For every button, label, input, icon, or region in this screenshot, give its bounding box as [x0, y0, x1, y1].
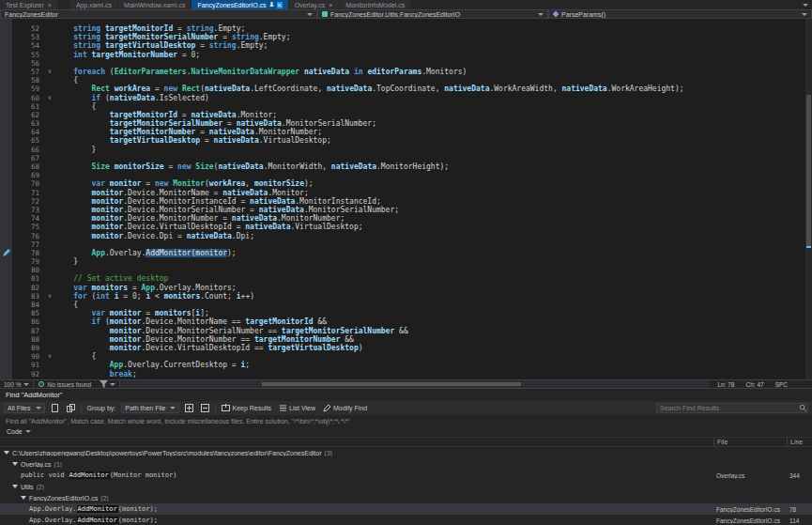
list-view-toggle[interactable]: List View	[277, 404, 317, 412]
line-number[interactable]: 73	[12, 206, 44, 214]
line-number[interactable]: 68	[12, 162, 44, 171]
code-line[interactable]: monitor.Device.MonitorNumber = nativeDat…	[55, 214, 805, 223]
code-line[interactable]	[55, 154, 805, 162]
column-header-file[interactable]: File	[713, 438, 787, 446]
line-number[interactable]: 55	[12, 51, 44, 59]
code-line[interactable]	[55, 240, 805, 249]
breakpoint-margin[interactable]	[0, 370, 12, 378]
breakpoint-margin[interactable]	[0, 85, 12, 93]
code-line[interactable]	[55, 266, 805, 274]
code-line[interactable]: var monitor = new Monitor(workArea, moni…	[55, 179, 805, 188]
tab-fancyzoneseditorio-cs[interactable]: FancyZonesEditorIO.cs×	[192, 0, 288, 9]
code-line[interactable]	[55, 59, 805, 68]
group-by-dropdown[interactable]: Path then File	[121, 403, 179, 413]
line-number[interactable]: 53	[12, 33, 44, 41]
breakpoint-margin[interactable]	[0, 206, 12, 214]
code-line[interactable]: monitor.Device.MonitorSerialNumber = nat…	[55, 206, 805, 214]
breakpoint-margin[interactable]	[0, 119, 12, 128]
line-number[interactable]: 88	[12, 335, 44, 344]
breakpoint-margin[interactable]	[0, 41, 12, 50]
code-line[interactable]: var monitor = monitors[i];	[55, 309, 805, 317]
line-number[interactable]: 90	[12, 352, 44, 361]
breakpoint-margin[interactable]	[0, 59, 12, 68]
code-line[interactable]: string targetMonitorId = string.Empty;	[55, 24, 805, 33]
result-filter-dropdown[interactable]: Code	[0, 426, 812, 437]
fold-marker[interactable]: ∨	[44, 68, 55, 76]
expander-icon[interactable]	[12, 462, 18, 466]
code-line[interactable]: monitor.Device.Dpi = nativeData.Dpi;	[55, 232, 805, 240]
line-number[interactable]: 89	[12, 344, 44, 352]
breakpoint-margin[interactable]	[0, 240, 12, 249]
scrollbar-thumb[interactable]	[262, 382, 521, 386]
line-number[interactable]: 52	[12, 24, 44, 33]
code-line[interactable]: targetMonitorId = nativeData.Monitor;	[55, 111, 805, 119]
collapse-all-button[interactable]	[199, 404, 211, 412]
breakpoint-margin[interactable]	[0, 292, 12, 301]
breakpoint-margin[interactable]	[0, 136, 12, 145]
member-dropdown[interactable]: ParseParams()	[548, 9, 812, 19]
breakpoint-margin[interactable]	[0, 171, 12, 179]
breakpoint-margin[interactable]	[0, 223, 12, 231]
code-line[interactable]: {	[55, 352, 805, 361]
code-line[interactable]: int targetMonitorNumber = 0;	[55, 51, 805, 59]
line-number[interactable]: 56	[12, 59, 44, 68]
expander-icon[interactable]	[4, 451, 9, 455]
modify-find-button[interactable]: Modify Find	[321, 404, 369, 412]
tab-app-xaml-cs[interactable]: App.xaml.cs	[70, 0, 118, 9]
fold-marker[interactable]: ∨	[44, 352, 55, 361]
code-line[interactable]: monitor.Device.MonitorName = nativeData.…	[55, 189, 805, 197]
expander-icon[interactable]	[21, 496, 26, 500]
line-number[interactable]: 83	[12, 292, 44, 301]
line-number[interactable]: 77	[12, 240, 44, 249]
line-number[interactable]: 54	[12, 41, 44, 50]
breakpoint-margin[interactable]	[0, 257, 12, 266]
find-result-row[interactable]: public void AddMonitor(Monitor monitor)O…	[0, 470, 812, 481]
breakpoint-margin[interactable]	[0, 51, 12, 59]
code-line[interactable]: var monitors = App.Overlay.Monitors;	[55, 284, 805, 292]
find-result-row[interactable]: App.Overlay.AddMonitor(monitor);FancyZon…	[0, 503, 812, 515]
breakpoint-margin[interactable]	[0, 154, 12, 162]
keep-results-toggle[interactable]: Keep Results	[220, 404, 273, 412]
line-number[interactable]: 62	[12, 111, 44, 119]
close-icon[interactable]: ×	[47, 2, 53, 8]
line-number[interactable]: 59	[12, 85, 44, 93]
code-line[interactable]: }	[55, 146, 805, 154]
breakpoint-margin[interactable]	[0, 317, 12, 326]
scrollbar-thumb[interactable]	[806, 95, 811, 246]
code-line[interactable]: {	[55, 76, 805, 85]
line-number[interactable]: 61	[12, 102, 44, 111]
code-line[interactable]: Rect workArea = new Rect(nativeData.Left…	[55, 85, 805, 93]
breakpoint-margin[interactable]	[0, 179, 12, 188]
code-line[interactable]: monitor.Device.MonitorSerialNumber == ta…	[55, 327, 805, 335]
line-number[interactable]: 78	[12, 249, 44, 257]
breakpoint-margin[interactable]	[0, 76, 12, 85]
code-line[interactable]: Size monitorSize = new Size(nativeData.M…	[55, 162, 805, 171]
search-input[interactable]	[657, 405, 799, 411]
line-number[interactable]: 82	[12, 284, 44, 292]
code-line[interactable]: // Set active desktop	[55, 274, 805, 283]
breakpoint-margin[interactable]	[0, 344, 12, 352]
breakpoint-margin[interactable]	[0, 214, 12, 223]
find-group-row[interactable]: Overlay.cs(1)	[0, 458, 812, 470]
breakpoint-margin[interactable]	[0, 274, 12, 283]
code-line[interactable]: targetVirtualDesktop = nativeData.Virtua…	[55, 136, 805, 145]
line-number[interactable]: 67	[12, 154, 44, 162]
line-number[interactable]: 80	[12, 266, 44, 274]
line-number[interactable]: 57	[12, 68, 44, 76]
open-file-button[interactable]	[49, 404, 61, 412]
breakpoint-margin[interactable]	[0, 33, 12, 41]
breakpoint-margin[interactable]	[0, 284, 12, 292]
code-line[interactable]: monitor.Device.MonitorNumber == targetMo…	[55, 335, 805, 344]
breakpoint-margin[interactable]	[0, 361, 12, 369]
tab-monitorinfomodel-cs[interactable]: MonitorInfoModel.cs	[340, 0, 411, 9]
scope-dropdown[interactable]: All Files	[4, 403, 45, 413]
line-number[interactable]: 76	[12, 232, 44, 240]
breakpoint-margin[interactable]	[0, 197, 12, 206]
find-group-row[interactable]: C:\Users\zhaopengwang\Desktop\powertoys\…	[0, 447, 812, 458]
breakpoint-margin[interactable]	[0, 335, 12, 344]
line-number[interactable]: 74	[12, 214, 44, 223]
code-line[interactable]: App.Overlay.CurrentDesktop = i;	[55, 361, 805, 369]
line-number[interactable]: 64	[12, 128, 44, 136]
type-dropdown[interactable]: FancyZonesEditor.Utils.FancyZonesEditorI…	[317, 9, 548, 19]
tab-overflow-button[interactable]	[799, 0, 812, 9]
